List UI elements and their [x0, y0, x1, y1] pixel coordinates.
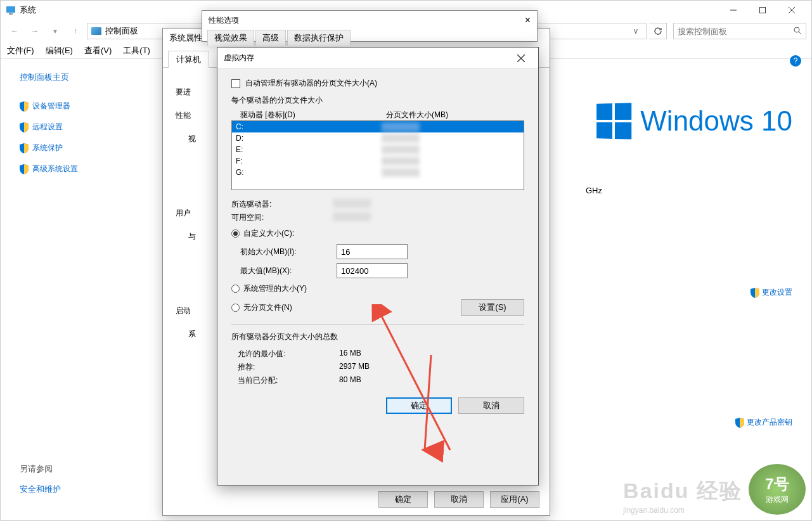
max-size-input[interactable] [337, 263, 408, 278]
current-value: 80 MB [339, 375, 361, 386]
sidebar-system-protection[interactable]: 系统保护 [20, 143, 140, 153]
chevron-down-icon[interactable]: v [629, 27, 642, 35]
shield-icon [20, 122, 29, 132]
no-paging-label: 无分页文件(N) [243, 302, 292, 313]
baidu-watermark: Baidu 经验 [623, 477, 742, 506]
sidebar-item-label: 系统保护 [32, 143, 63, 153]
svg-rect-1 [9, 13, 13, 15]
baidu-subtext: jingyan.baidu.com [623, 506, 742, 515]
drive-row-e[interactable]: E: [232, 144, 524, 155]
initial-size-label: 初始大小(MB)(I): [240, 247, 337, 257]
auto-manage-checkbox[interactable] [231, 79, 240, 88]
per-drive-header: 每个驱动器的分页文件大小 [231, 95, 524, 106]
free-space-value [333, 212, 371, 221]
svg-rect-0 [6, 6, 15, 13]
ghz-label: GHz [586, 186, 602, 195]
change-product-key-link[interactable]: 更改产品密钥 [735, 417, 792, 428]
totals-header: 所有驱动器分页文件大小的总数 [231, 331, 524, 342]
dialog-title: 性能选项 × [202, 11, 537, 30]
shield-icon [20, 101, 29, 112]
security-maintenance-link[interactable]: 安全和维护 [20, 484, 61, 494]
ok-button[interactable]: 确定 [386, 397, 452, 414]
close-button[interactable] [777, 1, 806, 20]
no-paging-radio[interactable] [231, 304, 240, 312]
selected-drive-value [333, 199, 371, 208]
change-settings-link[interactable]: 更改设置 [751, 287, 792, 298]
tab-dep[interactable]: 数据执行保护 [287, 30, 351, 46]
search-bar[interactable] [673, 23, 806, 39]
column-paging-file: 分页文件大小(MB) [386, 110, 448, 120]
minimize-button[interactable] [719, 1, 748, 20]
up-button[interactable]: ↑ [67, 22, 84, 40]
sidebar-device-manager[interactable]: 设备管理器 [20, 101, 140, 112]
svg-rect-3 [760, 8, 766, 13]
windows-10-text: Windows 10 [640, 105, 792, 137]
sidebar-item-label: 远程设置 [32, 122, 63, 132]
see-also-header: 另请参阅 [20, 463, 61, 475]
auto-manage-label: 自动管理所有驱动器的分页文件大小(A) [245, 78, 377, 89]
see-also: 另请参阅 安全和维护 [20, 463, 61, 495]
shield-icon [20, 164, 29, 174]
maximize-button[interactable] [748, 1, 777, 20]
monitor-icon [91, 27, 101, 35]
drive-row-g[interactable]: G: [232, 167, 524, 178]
custom-size-label: 自定义大小(C): [243, 228, 294, 239]
apply-button[interactable]: 应用(A) [490, 491, 539, 508]
sidebar-item-label: 设备管理器 [32, 101, 70, 112]
sidebar-remote-settings[interactable]: 远程设置 [20, 122, 140, 132]
drive-list[interactable]: C: D: E: F: G: [231, 120, 524, 190]
sidebar-advanced-settings[interactable]: 高级系统设置 [20, 164, 140, 174]
set-button[interactable]: 设置(S) [461, 299, 524, 316]
menu-tools[interactable]: 工具(T) [123, 45, 150, 56]
column-drive: 驱动器 [卷标](D) [240, 110, 386, 120]
search-icon[interactable] [793, 26, 802, 37]
game-site-badge: 7号 游戏网 [749, 464, 806, 515]
back-button[interactable]: ← [6, 22, 23, 40]
menu-edit[interactable]: 编辑(E) [46, 45, 73, 56]
windows-10-logo: Windows 10 [596, 103, 792, 139]
svg-line-7 [799, 32, 801, 34]
performance-options-dialog: 性能选项 × 视觉效果 高级 数据执行保护 [202, 10, 538, 42]
min-label: 允许的最小值: [238, 349, 339, 359]
recommended-value: 2937 MB [339, 362, 370, 373]
tab-computer-name[interactable]: 计算机 [168, 51, 209, 68]
system-icon [6, 5, 16, 15]
drive-row-d[interactable]: D: [232, 132, 524, 144]
cancel-button[interactable]: 取消 [458, 397, 524, 414]
initial-size-input[interactable] [337, 244, 408, 259]
search-input[interactable] [678, 27, 793, 36]
ok-button[interactable]: 确定 [378, 491, 428, 508]
svg-point-6 [794, 27, 799, 32]
menu-file[interactable]: 文件(F) [7, 45, 34, 56]
current-label: 当前已分配: [238, 375, 339, 386]
menu-view[interactable]: 查看(V) [84, 45, 112, 56]
system-managed-radio[interactable] [231, 285, 240, 293]
shield-icon [20, 143, 29, 153]
shield-icon [751, 288, 759, 298]
sidebar-item-label: 高级系统设置 [32, 164, 78, 174]
tab-advanced[interactable]: 高级 [255, 30, 286, 46]
help-icon[interactable]: ? [790, 55, 801, 67]
close-button[interactable] [510, 48, 532, 69]
refresh-button[interactable] [649, 23, 667, 39]
cancel-button[interactable]: 取消 [434, 491, 484, 508]
watermark: Baidu 经验 jingyan.baidu.com 7号 游戏网 [623, 464, 806, 515]
drive-row-c[interactable]: C: [232, 121, 524, 132]
control-panel-home-link[interactable]: 控制面板主页 [20, 72, 140, 83]
refresh-icon [654, 27, 662, 35]
drive-row-f[interactable]: F: [232, 155, 524, 167]
virtual-memory-dialog: 虚拟内存 自动管理所有驱动器的分页文件大小(A) 每个驱动器的分页文件大小 驱动… [217, 47, 539, 486]
system-managed-label: 系统管理的大小(Y) [243, 283, 307, 294]
recommended-label: 推荐: [238, 362, 339, 373]
custom-size-radio[interactable] [231, 229, 240, 238]
selected-drive-label: 所选驱动器: [231, 199, 333, 210]
close-icon[interactable]: × [525, 15, 531, 26]
sidebar: 控制面板主页 设备管理器 远程设置 系统保护 高级系统设置 另请参阅 安全和维护 [1, 59, 159, 520]
close-icon [517, 55, 525, 62]
windows-logo-icon [596, 103, 631, 139]
recent-button[interactable]: ▾ [46, 22, 64, 40]
forward-button[interactable]: → [26, 22, 44, 40]
tab-visual-effects[interactable]: 视觉效果 [207, 30, 254, 46]
shield-icon [735, 418, 744, 428]
max-size-label: 最大值(MB)(X): [240, 266, 337, 276]
